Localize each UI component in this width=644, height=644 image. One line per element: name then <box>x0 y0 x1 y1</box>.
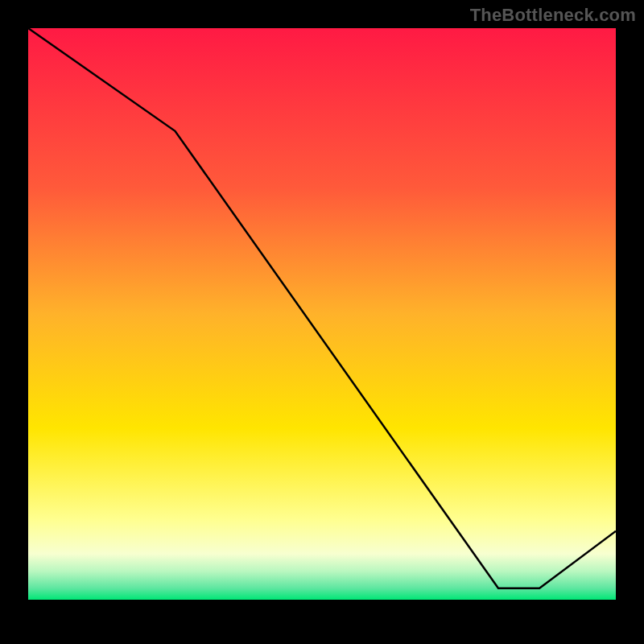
chart-plot-area <box>28 28 616 600</box>
chart-container: { "watermark": "TheBottleneck.com", "ann… <box>0 0 644 644</box>
watermark-text: TheBottleneck.com <box>470 5 636 26</box>
chart-svg <box>0 0 644 644</box>
